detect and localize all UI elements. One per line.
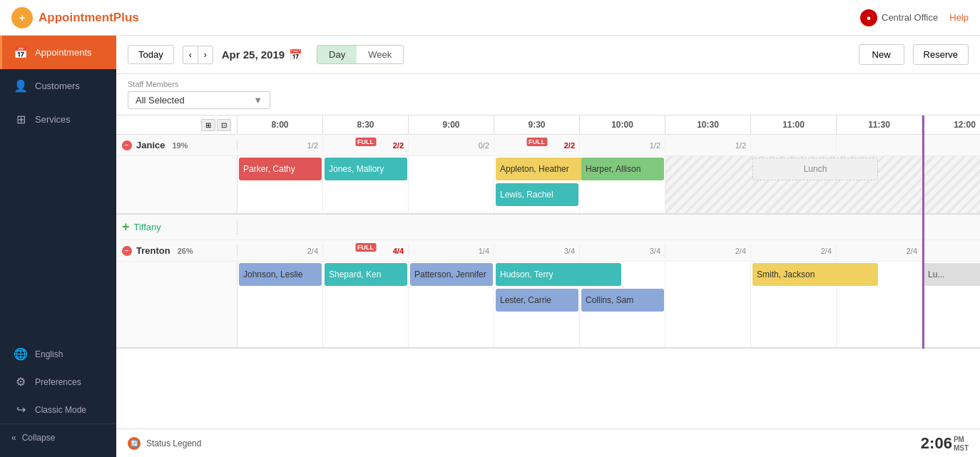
- central-office-icon: ●: [860, 9, 877, 26]
- next-button[interactable]: ›: [198, 46, 213, 64]
- cap-cell-6: 2/4: [751, 244, 837, 258]
- sidebar-item-appointments[interactable]: 📅 Today Appointments: [0, 36, 116, 69]
- appt-block-smith--jackson[interactable]: Smith, Jackson: [752, 263, 878, 286]
- sidebar-preferences-label: Preferences: [35, 377, 81, 387]
- janice-appt-area: Parker, CathyJones, MalloryAppleton, Hea…: [116, 156, 980, 213]
- clock-tz: MST: [954, 444, 969, 453]
- appt-block-parker--cathy[interactable]: Parker, Cathy: [239, 158, 322, 180]
- appt-block-johnson--leslie[interactable]: Johnson, Leslie: [239, 263, 322, 286]
- scroll-buttons: ⊞ ⊡: [201, 119, 231, 131]
- cap-cell-8: [922, 138, 980, 153]
- day-view-button[interactable]: Day: [317, 46, 357, 63]
- time-header-row: ⊞ ⊡ 8:008:309:009:3010:0010:3011:0011:30…: [116, 115, 980, 135]
- expand-view-button[interactable]: ⊞: [201, 119, 215, 131]
- cap-cell-0: 2/4: [238, 244, 323, 258]
- time-cell-8-30: 8:30: [323, 115, 409, 134]
- help-link[interactable]: Help: [949, 12, 969, 23]
- cap-cell-3: FULL2/2: [494, 138, 580, 153]
- content-area: Today ‹ › Apr 25, 2019 📅 Day Week New Re…: [116, 36, 980, 457]
- brand-name: AppointmentPlus: [39, 11, 139, 25]
- appt-block-lu---[interactable]: Lu...: [924, 263, 980, 286]
- trenton-name-area: − Trenton 26%: [116, 245, 238, 256]
- today-button[interactable]: Today: [128, 45, 174, 64]
- sidebar-item-english[interactable]: 🌐 English: [0, 340, 116, 368]
- prev-button[interactable]: ‹: [183, 46, 198, 64]
- appt-block-harper--allison[interactable]: Harper, Allison: [581, 158, 664, 180]
- staff-section-trenton: − Trenton 26% 2/4FULL4/41/43/43/42/42/42…: [116, 240, 980, 349]
- sidebar-item-services-label: Services: [35, 114, 71, 125]
- janice-pct: 19%: [172, 141, 188, 150]
- sidebar-appointments-text: Appointments: [35, 47, 92, 58]
- calendar-area[interactable]: ⊞ ⊡ 8:008:309:009:3010:0010:3011:0011:30…: [116, 115, 980, 428]
- janice-header: − Janice 19% 1/2FULL2/20/2FULL2/21/21/2: [116, 135, 980, 156]
- central-office[interactable]: ● Central Office: [860, 9, 938, 26]
- janice-name-area: − Janice 19%: [116, 140, 238, 150]
- appt-block-lunch[interactable]: Lunch: [752, 158, 878, 180]
- sidebar-item-classic[interactable]: ↪ Classic Mode: [0, 396, 116, 423]
- current-time-indicator: [922, 115, 924, 349]
- date-display: Apr 25, 2019 📅: [222, 48, 302, 61]
- appt-block-jones--mallory[interactable]: Jones, Mallory: [325, 158, 407, 180]
- staff-select-value: All Selected: [136, 95, 185, 106]
- calendar-picker-icon[interactable]: 📅: [289, 48, 302, 61]
- sidebar-english-label: English: [35, 349, 63, 359]
- trenton-capacity-cells: 2/4FULL4/41/43/43/42/42/42/4: [238, 244, 980, 258]
- sidebar-item-customers[interactable]: 👤 Customers: [0, 69, 116, 103]
- full-badge: FULL: [526, 138, 547, 146]
- time-cell-10-30: 10:30: [665, 115, 751, 134]
- cap-cell-1: FULL4/4: [323, 244, 409, 258]
- dropdown-arrow-icon: ▼: [253, 95, 262, 106]
- cap-cell-5: 2/4: [665, 244, 751, 258]
- appt-block-lewis--rachel[interactable]: Lewis, Rachel: [496, 183, 578, 206]
- cap-cell-5: 1/2: [665, 138, 751, 153]
- week-view-button[interactable]: Week: [357, 46, 403, 63]
- classic-icon: ↪: [14, 403, 28, 416]
- sidebar-item-customers-label: Customers: [35, 81, 80, 91]
- calendar-grid: ⊞ ⊡ 8:008:309:009:3010:0010:3011:0011:30…: [116, 115, 980, 349]
- current-date: Apr 25, 2019: [222, 48, 285, 61]
- view-toggle: Day Week: [317, 45, 404, 64]
- cap-cell-1: FULL2/2: [323, 138, 409, 153]
- sidebar-classic-label: Classic Mode: [35, 405, 86, 415]
- cap-cell-2: 0/2: [409, 138, 494, 153]
- trenton-appt-label: [116, 262, 238, 347]
- tiffany-name: Tiffany: [134, 222, 161, 232]
- cap-cell-0: 1/2: [238, 138, 323, 153]
- sidebar-item-preferences[interactable]: ⚙ Preferences: [0, 368, 116, 396]
- trenton-appt-area: Johnson, LeslieShepard, KenPatterson, Je…: [116, 262, 980, 347]
- clock-time: 2:06: [921, 434, 952, 453]
- sidebar: 📅 Today Appointments 👤 Customers ⊞ Servi…: [0, 36, 116, 457]
- janice-toggle[interactable]: −: [122, 140, 132, 150]
- new-button[interactable]: New: [859, 44, 904, 65]
- tiffany-section: + Tiffany: [116, 215, 980, 240]
- brand-logo[interactable]: + AppointmentPlus: [11, 7, 139, 29]
- time-cell-8-00: 8:00: [238, 115, 323, 134]
- janice-appt-label: [116, 156, 238, 213]
- appt-block-shepard--ken[interactable]: Shepard, Ken: [325, 263, 407, 286]
- tiffany-name-area[interactable]: + Tiffany: [116, 220, 238, 235]
- sidebar-item-services[interactable]: ⊞ Services: [0, 103, 116, 136]
- fullscreen-button[interactable]: ⊡: [217, 119, 231, 131]
- legend-icon: 🔄: [128, 437, 141, 450]
- cap-cell-4: 3/4: [580, 244, 665, 258]
- appt-block-collins--sam[interactable]: Collins, Sam: [581, 289, 664, 312]
- tiffany-add-icon: +: [122, 220, 130, 235]
- time-cell-9-00: 9:00: [409, 115, 494, 134]
- cap-cell-6: [751, 138, 837, 153]
- reserve-button[interactable]: Reserve: [913, 44, 969, 65]
- appt-block-lester--carrie[interactable]: Lester, Carrie: [496, 289, 578, 312]
- trenton-appt-cells: Johnson, LeslieShepard, KenPatterson, Je…: [238, 262, 980, 347]
- sidebar-collapse-label: Collapse: [22, 433, 56, 443]
- time-cell-9-30: 9:30: [494, 115, 580, 134]
- time-cells: 8:008:309:009:3010:0010:3011:0011:3012:0…: [238, 115, 980, 134]
- trenton-toggle[interactable]: −: [122, 246, 132, 256]
- appt-block-hudson--terry[interactable]: Hudson, Terry: [496, 263, 621, 286]
- header-label-col: ⊞ ⊡: [116, 115, 238, 134]
- toolbar: Today ‹ › Apr 25, 2019 📅 Day Week New Re…: [116, 36, 980, 74]
- clock-pm: PM: [954, 436, 969, 444]
- status-legend[interactable]: 🔄 Status Legend: [128, 437, 201, 450]
- staff-filter: Staff Members All Selected ▼: [116, 74, 980, 115]
- staff-select-dropdown[interactable]: All Selected ▼: [128, 91, 270, 109]
- appt-block-patterson--jennifer[interactable]: Patterson, Jennifer: [410, 263, 493, 286]
- sidebar-collapse[interactable]: « Collapse: [0, 423, 116, 451]
